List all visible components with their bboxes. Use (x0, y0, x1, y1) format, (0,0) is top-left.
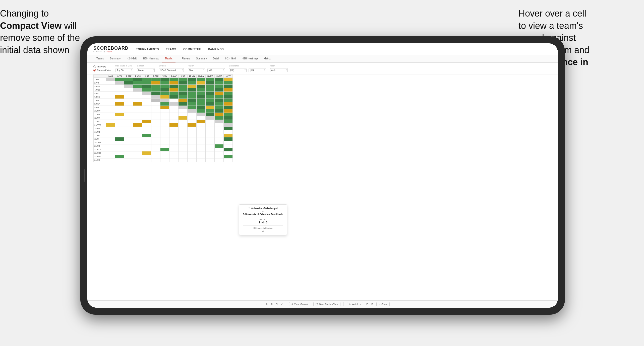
matrix-cell[interactable] (215, 99, 224, 102)
team-select[interactable]: (All) (270, 68, 288, 72)
matrix-cell[interactable] (151, 78, 160, 81)
matrix-cell[interactable] (188, 130, 197, 134)
matrix-cell[interactable] (151, 92, 160, 95)
matrix-cell[interactable] (133, 137, 142, 141)
matrix-cell[interactable] (142, 141, 151, 144)
matrix-cell[interactable] (133, 116, 142, 120)
matrix-cell[interactable] (188, 151, 197, 155)
matrix-cell[interactable] (142, 144, 151, 148)
matrix-cell[interactable] (188, 141, 197, 144)
matrix-cell[interactable] (179, 137, 188, 141)
matrix-cell[interactable] (124, 109, 133, 113)
matrix-cell[interactable] (224, 78, 233, 81)
matrix-cell[interactable] (197, 99, 206, 102)
matrix-cell[interactable] (142, 113, 151, 116)
matrix-cell[interactable] (188, 99, 197, 102)
matrix-cell[interactable] (206, 92, 215, 95)
matrix-cell[interactable] (142, 130, 151, 134)
matrix-cell[interactable] (206, 148, 215, 151)
matrix-cell[interactable] (106, 130, 115, 134)
matrix-cell[interactable] (206, 141, 215, 144)
matrix-cell[interactable] (142, 102, 151, 106)
matrix-cell[interactable] (197, 141, 206, 144)
max-teams-select[interactable]: Top 50 (115, 68, 133, 72)
matrix-cell[interactable] (197, 130, 206, 134)
compact-view-radio[interactable]: Compact View (93, 69, 111, 71)
matrix-cell[interactable] (197, 123, 206, 127)
matrix-cell[interactable] (160, 78, 169, 81)
undo-button[interactable]: ↩ (256, 303, 258, 305)
matrix-cell[interactable] (206, 78, 215, 81)
table-row[interactable]: 19. TAMU (94, 141, 233, 144)
matrix-cell[interactable] (197, 95, 206, 99)
matrix-cell[interactable] (206, 95, 215, 99)
matrix-cell[interactable] (160, 106, 169, 109)
matrix-cell[interactable] (169, 81, 179, 85)
matrix-cell[interactable] (115, 120, 124, 123)
matrix-cell[interactable] (179, 78, 188, 81)
matrix-cell[interactable] (142, 151, 151, 155)
region-select[interactable]: N/A (188, 68, 205, 72)
matrix-cell[interactable] (124, 148, 133, 151)
matrix-cell[interactable] (106, 106, 115, 109)
matrix-cell[interactable] (160, 130, 169, 134)
matrix-cell[interactable] (206, 123, 215, 127)
matrix-cell[interactable] (160, 88, 169, 92)
matrix-cell[interactable] (197, 106, 206, 109)
matrix-cell[interactable] (224, 137, 233, 141)
matrix-cell[interactable] (106, 151, 115, 155)
tab-players[interactable]: Players (179, 55, 193, 62)
table-row[interactable]: 2. VU (94, 81, 233, 85)
matrix-cell[interactable] (215, 81, 224, 85)
matrix-cell[interactable] (169, 92, 179, 95)
table-row[interactable]: 6. FSU (94, 95, 233, 99)
matrix-cell[interactable] (133, 81, 142, 85)
matrix-cell[interactable] (124, 113, 133, 116)
matrix-cell[interactable] (224, 144, 233, 148)
matrix-cell[interactable] (197, 148, 206, 151)
matrix-cell[interactable] (206, 85, 215, 88)
matrix-cell[interactable] (197, 78, 206, 81)
matrix-cell[interactable] (124, 120, 133, 123)
matrix-cell[interactable] (215, 155, 224, 158)
matrix-cell[interactable] (197, 109, 206, 113)
matrix-cell[interactable] (142, 78, 151, 81)
matrix-cell[interactable] (206, 144, 215, 148)
matrix-cell[interactable] (169, 155, 179, 158)
tab-summary-2[interactable]: Summary (193, 55, 210, 62)
matrix-cell[interactable] (179, 116, 188, 120)
matrix-cell[interactable] (215, 123, 224, 127)
matrix-cell[interactable] (133, 120, 142, 123)
matrix-cell[interactable] (160, 155, 169, 158)
matrix-cell[interactable] (115, 99, 124, 102)
matrix-cell[interactable] (151, 99, 160, 102)
matrix-cell[interactable] (142, 158, 151, 162)
matrix-cell[interactable] (106, 120, 115, 123)
matrix-cell[interactable] (169, 144, 179, 148)
matrix-cell[interactable] (215, 85, 224, 88)
matrix-cell[interactable] (206, 151, 215, 155)
matrix-cell[interactable] (106, 137, 115, 141)
matrix-cell[interactable] (124, 88, 133, 92)
matrix-cell[interactable] (115, 88, 124, 92)
matrix-cell[interactable] (179, 148, 188, 151)
matrix-cell[interactable] (160, 116, 169, 120)
matrix-cell[interactable] (106, 88, 115, 92)
matrix-cell[interactable] (179, 155, 188, 158)
tab-summary-1[interactable]: Summary (107, 55, 124, 62)
matrix-cell[interactable] (151, 102, 160, 106)
matrix-cell[interactable] (169, 141, 179, 144)
matrix-cell[interactable] (106, 78, 115, 81)
matrix-cell[interactable] (160, 109, 169, 113)
matrix-cell[interactable] (160, 113, 169, 116)
matrix-cell[interactable] (151, 141, 160, 144)
matrix-cell[interactable] (197, 151, 206, 155)
matrix-cell[interactable] (106, 123, 115, 127)
matrix-cell[interactable] (115, 144, 124, 148)
matrix-cell[interactable] (160, 141, 169, 144)
matrix-cell[interactable] (142, 123, 151, 127)
matrix-cell[interactable] (115, 113, 124, 116)
matrix-cell[interactable] (179, 113, 188, 116)
matrix-cell[interactable] (224, 99, 233, 102)
matrix-cell[interactable] (151, 155, 160, 158)
